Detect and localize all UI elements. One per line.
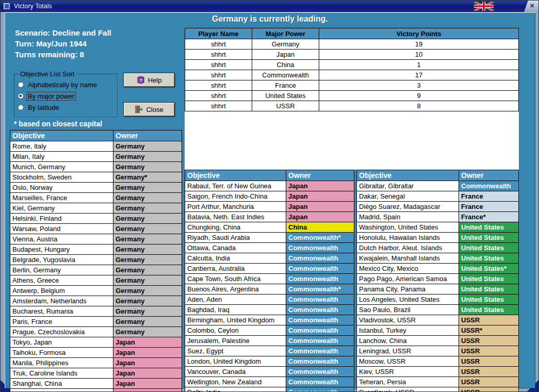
- radio-icon[interactable]: [18, 104, 24, 110]
- objective-row: Panama City, PanamaUnited States: [357, 284, 519, 295]
- objective-name-cell: Wellington, New Zealand: [185, 377, 286, 387]
- owner-cell: Japan: [113, 368, 182, 379]
- owner-cell: United States: [459, 253, 519, 264]
- owner-cell: Germany: [113, 275, 182, 286]
- objective-row: Bucharest, RumaniaGermany: [10, 306, 182, 317]
- owner-cell: Germany: [113, 327, 182, 337]
- radio-label[interactable]: By major power: [27, 92, 75, 100]
- objective-name-cell: Kiel, Germany: [10, 203, 113, 214]
- owner-cell: Germany: [113, 244, 182, 255]
- objective-row: Shanghai, ChinaJapan: [10, 379, 182, 389]
- owner-cell: United States: [459, 274, 519, 284]
- window-close-button[interactable]: ✕: [528, 2, 536, 10]
- help-icon: ?: [137, 76, 145, 84]
- turns-remaining-label: Turns remaining: 8: [15, 49, 111, 60]
- objective-row: Diégo Suarez, MadagascarFrance: [357, 202, 519, 212]
- help-button-label: Help: [148, 76, 162, 84]
- owner-cell: Commonwealth: [286, 325, 354, 336]
- objective-table-middle: Objective Owner Rabaul, Terr. of New Gui…: [185, 170, 354, 392]
- objective-name-cell: Vienna, Austria: [10, 234, 113, 244]
- radio-option-by-latitude[interactable]: By latitude: [18, 102, 115, 113]
- objective-name-cell: Cape Town, South Africa: [185, 274, 286, 284]
- objective-name-cell: Port Arthur, Manchuria: [185, 202, 286, 212]
- radio-label[interactable]: By latitude: [27, 104, 60, 111]
- objective-row: Oslo, NorwayGermany: [10, 183, 182, 193]
- objective-name-cell: Stockholm, Sweden: [10, 172, 113, 183]
- objective-name-cell: Kwajalein, Marshall Islands: [357, 253, 459, 264]
- objective-name-cell: Dakar, Senegal: [357, 191, 459, 202]
- objective-row: Madrid, SpainFrance*: [357, 212, 519, 222]
- owner-cell: France*: [459, 212, 519, 222]
- title-bar[interactable]: Victory Totals ✕: [1, 1, 538, 12]
- owner-cell: Germany: [113, 193, 182, 203]
- objective-name-cell: Kiev, USSR: [357, 367, 459, 377]
- objective-name-cell: Taihoku, Formosa: [10, 348, 113, 358]
- owner-cell: Commonwealth: [286, 253, 354, 264]
- objective-row: Vancouver, CanadaCommonwealth: [185, 367, 354, 377]
- owner-cell: Germany: [113, 296, 182, 306]
- objective-row: Sao Paulo, BrazilUnited States: [357, 305, 519, 315]
- owner-cell: USSR: [459, 367, 519, 377]
- objective-row: Antwerp, BelgiumGermany: [10, 286, 182, 296]
- owner-cell: Japan: [286, 191, 354, 202]
- player-row: shhrtCommonwealth17: [185, 70, 519, 80]
- owner-cell: Commonwealth: [286, 367, 354, 377]
- objective-name-cell: Amsterdam, Netherlands: [10, 296, 113, 306]
- objective-name-cell: Sao Paulo, Brazil: [357, 305, 459, 315]
- objective-header-row: Objective Owner: [357, 170, 519, 181]
- owner-cell: Commonwealth: [286, 274, 354, 284]
- owner-cell: United States: [459, 233, 519, 243]
- objective-row: Canberra, AustraliaCommonwealth: [185, 264, 354, 274]
- owner-header: Owner: [113, 130, 182, 141]
- objective-name-cell: Oslo, Norway: [10, 183, 113, 193]
- players-header-victory-points: Victory Points: [319, 28, 519, 39]
- owner-cell: Germany*: [113, 172, 182, 183]
- close-button[interactable]: Close: [123, 102, 175, 117]
- radio-icon[interactable]: [18, 93, 24, 99]
- uk-flag-icon: [473, 1, 494, 11]
- objective-name-cell: Berlin, Germany: [10, 265, 113, 275]
- objective-table-right: Objective Owner Gibraltar, GibraltarComm…: [356, 170, 519, 392]
- victory-points-cell: 9: [319, 91, 519, 101]
- objective-name-cell: Singapore, Malaya: [10, 389, 113, 392]
- objective-row: Aden, AdenCommonwealth: [185, 295, 354, 305]
- objective-row: Marseilles, FranceGermany: [10, 193, 182, 203]
- radio-option-alphabetically-by-name[interactable]: Alphabetically by name: [18, 79, 115, 90]
- player-name-cell: shhrt: [185, 60, 252, 70]
- objective-name-cell: Vancouver, Canada: [185, 367, 286, 377]
- owner-cell: Germany: [113, 317, 182, 327]
- owner-cell: Japan: [113, 389, 182, 392]
- owner-cell: Germany: [113, 234, 182, 244]
- owner-cell: Germany: [113, 255, 182, 265]
- radio-icon[interactable]: [18, 81, 24, 88]
- player-row: shhrtFrance3: [185, 80, 519, 91]
- owner-cell: Commonwealth: [286, 315, 354, 325]
- objective-name-cell: Birmingham, United Kingdom: [185, 315, 286, 325]
- objective-name-cell: Moscow, USSR: [357, 356, 459, 367]
- objective-row: Vladivostok, USSRUSSR: [357, 315, 519, 325]
- owner-cell: Japan: [113, 358, 182, 368]
- objective-row: Honolulu, Hawaiian IslandsUnited States: [357, 233, 519, 243]
- owner-cell: Germany: [113, 141, 182, 152]
- turn-label: Turn: May/Jun 1944: [15, 38, 111, 49]
- window-icon[interactable]: [3, 3, 10, 10]
- objective-name-cell: Helsinki, Finland: [10, 214, 113, 224]
- objective-row: Athens, GreeceGermany: [10, 275, 182, 286]
- objective-name-cell: Panama City, Panama: [357, 284, 459, 295]
- objective-name-cell: Tokyo, Japan: [10, 337, 113, 348]
- objective-name-cell: Ottawa, Canada: [185, 243, 286, 253]
- radio-option-by-major-power[interactable]: By major power: [18, 90, 115, 102]
- players-header-player-name: Player Name: [185, 28, 252, 39]
- owner-cell: United States*: [459, 264, 519, 274]
- victory-points-cell: 8: [319, 101, 519, 111]
- objective-header: Objective: [10, 130, 113, 141]
- owner-cell: Japan: [286, 202, 354, 212]
- window-title: Victory Totals: [14, 3, 52, 10]
- radio-label[interactable]: Alphabetically by name: [27, 81, 98, 89]
- objective-name-cell: Aden, Aden: [185, 295, 286, 305]
- objective-name-cell: Dutch Harbor, Aleut. Islands: [357, 243, 459, 253]
- player-name-cell: shhrt: [185, 101, 252, 111]
- owner-cell: Germany: [113, 183, 182, 193]
- svg-text:?: ?: [139, 78, 142, 83]
- help-button[interactable]: ? Help: [123, 73, 175, 87]
